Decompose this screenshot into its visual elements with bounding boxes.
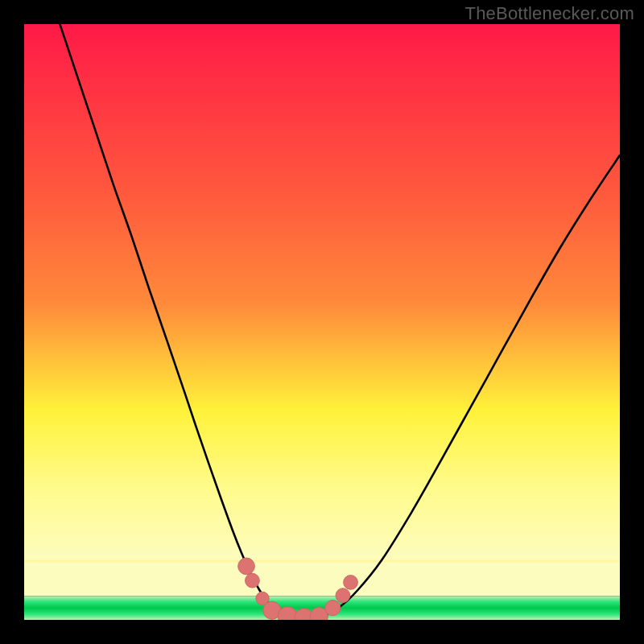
curve-marker bbox=[246, 573, 260, 588]
watermark-text: TheBottlenecker.com bbox=[465, 3, 634, 24]
curve-marker bbox=[344, 576, 358, 590]
svg-rect-2 bbox=[24, 559, 620, 562]
chart-frame: TheBottlenecker.com bbox=[0, 0, 644, 644]
curve-marker bbox=[336, 588, 350, 603]
svg-rect-1 bbox=[24, 561, 620, 596]
plot-area bbox=[24, 24, 620, 620]
curve-marker bbox=[238, 558, 255, 575]
svg-rect-0 bbox=[24, 24, 620, 561]
curve-marker bbox=[325, 601, 341, 616]
bottleneck-curve-chart bbox=[24, 24, 620, 620]
